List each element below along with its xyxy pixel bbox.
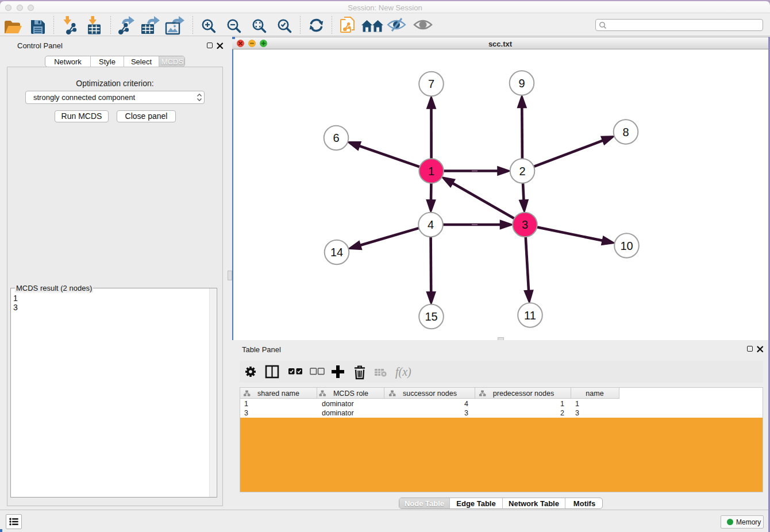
svg-text:4: 4 [464,400,468,408]
svg-text:8: 8 [622,126,629,138]
svg-text:3: 3 [575,409,579,417]
svg-text:3: 3 [522,218,528,231]
svg-text:10: 10 [620,240,633,252]
svg-text:2: 2 [560,409,564,417]
svg-text:2: 2 [519,165,525,178]
svg-text:7: 7 [428,78,434,90]
svg-text:f(x): f(x) [395,365,411,379]
svg-text:15: 15 [425,310,437,323]
svg-text:14: 14 [330,246,343,259]
svg-text:9: 9 [518,77,525,90]
svg-text:dominator: dominator [322,409,354,417]
svg-text:1: 1 [428,165,434,178]
svg-text:6: 6 [333,132,339,144]
svg-text:shared name: shared name [257,390,299,398]
svg-text:MCDS role: MCDS role [333,390,368,398]
svg-text:1: 1 [560,400,564,408]
svg-text:predecessor nodes: predecessor nodes [493,390,554,398]
svg-text:3: 3 [464,409,468,417]
svg-text:3: 3 [244,409,248,417]
svg-text:11: 11 [524,309,536,322]
svg-text:4: 4 [428,218,434,231]
svg-text:successor nodes: successor nodes [403,390,457,398]
svg-text:1: 1 [244,400,248,408]
svg-text:dominator: dominator [322,400,354,408]
svg-text:name: name [586,390,603,398]
svg-text:1: 1 [575,400,579,408]
